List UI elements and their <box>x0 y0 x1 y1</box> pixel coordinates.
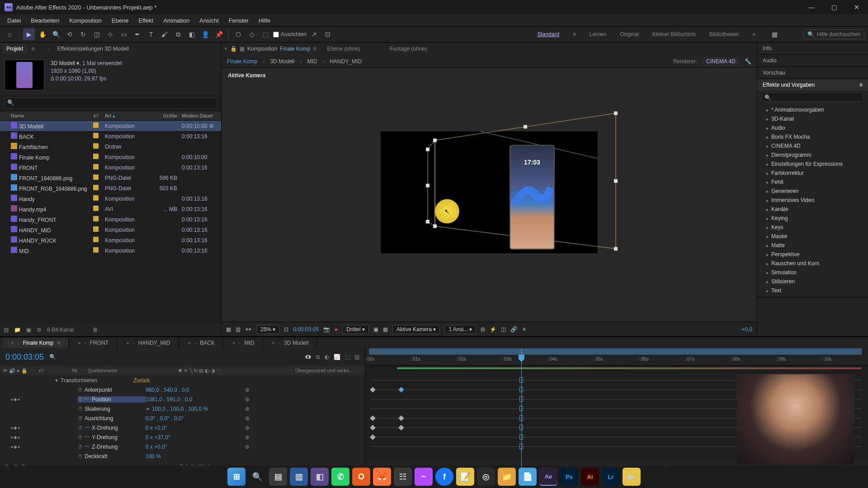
keyframe[interactable] <box>398 387 404 393</box>
selection-tool[interactable]: ▶ <box>23 28 35 40</box>
project-item[interactable]: 3D ModellKomposition0:00:10:00 ⚙ <box>0 121 221 131</box>
label-column-icon[interactable]: 🏷 <box>38 368 43 373</box>
project-item[interactable]: HANDY_MIDKomposition0:00:13:16 <box>0 225 221 235</box>
property-row[interactable]: ◂◆▸⏱〰 X-Drehung0 x +2,0°⊚ <box>0 423 365 432</box>
workspace-standard[interactable]: Standard <box>537 31 559 38</box>
keyframe[interactable] <box>370 425 376 431</box>
timeline-timecode[interactable]: 0:00:03:05 <box>5 352 44 362</box>
panel-effects-presets[interactable]: Effekte und Vorgaben≡ <box>757 79 868 91</box>
views-layout-select[interactable]: 1 Ansi... ▾ <box>444 325 476 334</box>
text-tool[interactable]: T <box>145 28 157 40</box>
generic-app-icon[interactable]: ◧ <box>311 468 329 486</box>
timeline-search-icon[interactable]: 🔍 <box>49 354 56 360</box>
solo-column-icon[interactable]: ● <box>17 368 20 374</box>
interpret-icon[interactable]: ▤ <box>4 327 9 333</box>
panel-menu-icon[interactable]: ≡ <box>313 46 316 52</box>
breadcrumb-item[interactable]: MID <box>307 58 317 65</box>
align-checkbox[interactable]: Ausrichten <box>273 31 307 38</box>
folder-icon[interactable]: 📁 <box>498 468 516 486</box>
firefox-icon[interactable]: 🦊 <box>373 468 391 486</box>
layer-bar[interactable] <box>397 367 862 369</box>
tab-project[interactable]: Projekt <box>2 44 28 54</box>
project-search-input[interactable] <box>5 98 217 109</box>
effect-category[interactable]: Immersives Video <box>757 196 868 205</box>
exposure-reset-icon[interactable]: ☀ <box>522 326 527 333</box>
help-search[interactable]: 🔍 Hilfe durchsuchen <box>803 29 864 39</box>
project-item[interactable]: FRONT_1840886.pngPNG-Datei596 KB <box>0 173 221 183</box>
comp-tab-name[interactable]: Finale Komp <box>280 46 310 52</box>
eye-column-icon[interactable]: 👁 <box>3 368 8 374</box>
task-view-icon[interactable]: ▤ <box>269 468 287 486</box>
menu-help[interactable]: Hilfe <box>254 15 275 26</box>
effect-category[interactable]: Stilisieren <box>757 277 868 286</box>
project-item[interactable]: BACKKomposition0:00:13:16 <box>0 131 221 141</box>
shy-icon[interactable]: 👁‍🗨 <box>305 354 311 360</box>
tab-effect-controls[interactable]: Effekteinstellungen 3D Modell <box>53 44 134 54</box>
switch-fx-icon[interactable]: fx <box>194 368 198 374</box>
home-icon[interactable]: ⌂ <box>4 28 15 40</box>
timeline-icon[interactable]: ◫ <box>501 326 506 333</box>
project-item[interactable]: HANDY_RÜCKKomposition0:00:13:16 <box>0 235 221 245</box>
toggle-mask-icon[interactable]: ▥ <box>236 326 241 333</box>
switch-quality-icon[interactable]: ╲ <box>189 368 193 374</box>
project-item[interactable]: FarbflächenOrdner <box>0 141 221 152</box>
snap-vertex-icon[interactable]: ⬡ <box>232 28 244 40</box>
property-row[interactable]: ◂◆▸⏱〰 Y-Drehung0 x +37,0°⊚ <box>0 432 365 442</box>
effect-category[interactable]: Keys <box>757 223 868 232</box>
effect-category[interactable]: Maske <box>757 232 868 241</box>
property-row[interactable]: ⏱ Ausrichtung0,0° , 0,0° , 0,0°⊚ <box>0 413 365 423</box>
brush-tool[interactable]: 🖌 <box>159 28 170 40</box>
timeline-tab[interactable]: ×▫MID <box>224 338 263 348</box>
timeline-tab[interactable]: ×▫3D Modell <box>264 338 317 348</box>
snapshot-icon[interactable]: 📷 <box>323 326 330 333</box>
switch-collapse-icon[interactable]: ☀ <box>184 368 188 374</box>
menu-animation[interactable]: Animation <box>159 15 194 26</box>
project-item[interactable]: FRONTKomposition0:00:13:16 <box>0 162 221 173</box>
menu-view[interactable]: Ansicht <box>195 15 223 26</box>
property-row[interactable]: ◂◆▸⏱〰 Z-Drehung0 x +0,0°⊚ <box>0 442 365 451</box>
resolution-select[interactable]: Drittel ▾ <box>342 325 369 334</box>
effect-category[interactable]: Einstellungen für Expressions <box>757 160 868 169</box>
rotate-tool[interactable]: ↻ <box>77 28 89 40</box>
workspace-learn[interactable]: Lernen <box>590 31 606 38</box>
effect-category[interactable]: * Animationsvorgaben <box>757 105 868 114</box>
workspace-original[interactable]: Original <box>620 31 638 38</box>
current-time[interactable]: 0:00:03:05 <box>293 326 319 333</box>
menu-effect[interactable]: Effekt <box>134 15 158 26</box>
snap-edge-icon[interactable]: ◇ <box>246 28 258 40</box>
explorer-icon[interactable]: ▥ <box>290 468 308 486</box>
effect-category[interactable]: Generieren <box>757 187 868 196</box>
renderer-select[interactable]: CINEMA 4D <box>703 57 739 66</box>
panel-audio[interactable]: Audio <box>757 55 868 66</box>
frame-blend-icon[interactable]: ⧉ <box>316 354 320 360</box>
effect-category[interactable]: Farbkorrektur <box>757 169 868 178</box>
composition-viewer[interactable]: Aktive Kamera <box>222 68 757 322</box>
workspace-small[interactable]: Kleiner Bildschirm <box>652 31 696 38</box>
project-item[interactable]: Handy.mp4AVI... MB0:00:13:16 <box>0 204 221 214</box>
graph-editor-icon[interactable]: 📈 <box>334 354 340 360</box>
timeline-tab[interactable]: ×▫FRONT <box>70 338 117 348</box>
keyframe[interactable] <box>370 415 376 421</box>
snapping-options-icon[interactable]: ↗ <box>308 28 320 40</box>
alpha-icon[interactable]: ▦ <box>226 326 231 333</box>
effect-category[interactable]: Matte <box>757 241 868 250</box>
switch-adjustment-icon[interactable]: ◑ <box>211 368 215 374</box>
menu-layer[interactable]: Ebene <box>107 15 133 26</box>
property-row[interactable]: ◂◆▸⏱〰 Position1081,0 , 591,0 , 0,0⊚ <box>0 394 365 404</box>
new-folder-icon[interactable]: 📁 <box>14 327 21 333</box>
reset-link[interactable]: Zurück <box>133 377 150 384</box>
project-item[interactable]: MIDKomposition0:00:13:16 <box>0 245 221 256</box>
effect-category[interactable]: Kanäle <box>757 205 868 214</box>
after-effects-taskbar-icon[interactable]: Ae <box>539 468 557 486</box>
photoshop-icon[interactable]: Ps <box>560 468 578 486</box>
flowchart-icon[interactable]: ▦ <box>240 46 245 52</box>
transform-group[interactable]: Transformieren <box>61 377 97 384</box>
pan-behind-tool[interactable]: ⊹ <box>104 28 116 40</box>
comp-flowchart-icon[interactable]: 🔗 <box>510 326 517 333</box>
effect-category[interactable]: Audio <box>757 123 868 132</box>
close-button[interactable]: ✕ <box>850 4 863 11</box>
trash-icon[interactable]: 🗑 <box>93 327 98 333</box>
zoom-tool[interactable]: 🔍 <box>50 28 62 40</box>
hand-tool[interactable]: ✋ <box>37 28 48 40</box>
effect-category[interactable]: Text <box>757 286 868 295</box>
